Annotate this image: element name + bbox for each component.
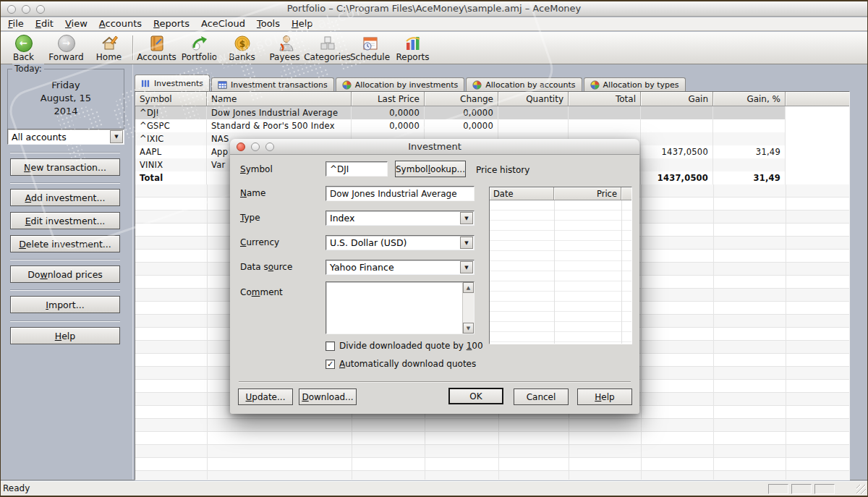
tab-allocation-by-accounts[interactable]: Allocation by accounts <box>466 77 582 92</box>
column-header-last-price[interactable]: Last Price <box>352 92 425 106</box>
reports-button[interactable]: Reports <box>391 33 434 63</box>
name-input[interactable]: Dow Jones Industrial Average <box>326 186 475 201</box>
account-filter-select[interactable]: All accounts ▼ <box>7 129 124 145</box>
tab-investments[interactable]: Investments <box>135 75 210 92</box>
bar-chart-icon <box>141 79 150 88</box>
update-button[interactable]: Update... <box>238 388 293 405</box>
dialog-zoom-button[interactable] <box>265 143 274 151</box>
symbol-lookup-button[interactable]: Symbol lookup... <box>395 161 466 177</box>
schedule-button[interactable]: Schedule <box>349 33 391 63</box>
column-header-change[interactable]: Change <box>425 92 498 106</box>
chevron-down-icon[interactable]: ▼ <box>460 261 473 273</box>
zoom-window-button[interactable] <box>36 5 45 14</box>
divide-quote-checkbox[interactable]: Divide downloaded quote by 100 <box>326 341 483 351</box>
today-box: Today: Friday August, 15 2014 <box>7 69 124 129</box>
close-window-button[interactable] <box>7 5 16 14</box>
checkbox-icon[interactable] <box>326 341 335 351</box>
chevron-down-icon[interactable]: ▼ <box>110 130 123 143</box>
comment-label: Comment <box>240 287 283 297</box>
download-prices-button[interactable]: Download prices <box>10 266 120 283</box>
statusbar: Ready <box>0 481 868 496</box>
symbol-label: Symbol <box>240 164 273 174</box>
home-icon <box>100 33 119 53</box>
symbol-input[interactable]: ^DJI <box>326 161 388 177</box>
minimize-window-button[interactable] <box>22 5 30 14</box>
column-header-symbol[interactable]: Symbol <box>135 92 207 106</box>
svg-text:$: $ <box>239 38 244 48</box>
dialog-minimize-button[interactable] <box>251 143 260 151</box>
tab-allocation-by-types[interactable]: Allocation by types <box>584 77 686 92</box>
comment-scrollbar[interactable]: ▲ ▼ <box>462 282 474 334</box>
new-transaction-button[interactable]: New transaction... <box>10 158 120 176</box>
dialog-window-controls <box>237 143 274 151</box>
forward-button[interactable]: → Forward <box>45 33 88 63</box>
type-select[interactable]: Index ▼ <box>326 211 475 226</box>
column-header-gain-pct[interactable]: Gain, % <box>713 92 786 106</box>
table-row-dji[interactable]: ^DJI Dow Jones Industrial Average 0,0000… <box>135 106 849 119</box>
window-controls <box>7 5 45 14</box>
portfolio-button[interactable]: Portfolio <box>178 33 221 63</box>
sidebar: Today: Friday August, 15 2014 All accoun… <box>0 64 133 480</box>
ok-button[interactable]: OK <box>448 388 503 404</box>
data-source-select[interactable]: Yahoo Finance ▼ <box>326 260 475 275</box>
chevron-down-icon[interactable]: ▼ <box>460 237 473 249</box>
menu-acecloud[interactable]: AceCloud <box>195 17 251 30</box>
price-history-column-price[interactable]: Price <box>554 187 621 200</box>
portfolio-tabs: Investments Investment transactions Allo… <box>135 74 687 92</box>
column-header-name[interactable]: Name <box>207 92 352 106</box>
download-button[interactable]: Download... <box>299 388 357 405</box>
menu-help[interactable]: Help <box>286 17 319 30</box>
add-investment-button[interactable]: Add investment... <box>10 189 120 206</box>
pie-chart-icon <box>590 80 600 90</box>
accounts-icon <box>148 33 166 53</box>
back-button[interactable]: ← Back <box>2 33 45 63</box>
tab-allocation-by-investments[interactable]: Allocation by investments <box>336 77 465 92</box>
cancel-button[interactable]: Cancel <box>514 388 569 405</box>
menu-reports[interactable]: Reports <box>148 17 195 30</box>
delete-investment-button[interactable]: Delete investment... <box>10 235 120 252</box>
resize-grip[interactable] <box>856 485 866 494</box>
investment-dialog: Investment Symbol ^DJI Symbol lookup... … <box>230 139 639 414</box>
forward-icon: → <box>58 35 75 52</box>
column-header-quantity[interactable]: Quantity <box>498 92 569 106</box>
reports-icon <box>404 33 422 53</box>
price-history-column-date[interactable]: Date <box>490 187 554 200</box>
titlebar: Portfolio – C:\Program Files\AceMoney\sa… <box>0 1 868 17</box>
column-header-total[interactable]: Total <box>569 92 641 106</box>
column-header-gain[interactable]: Gain <box>641 92 713 106</box>
import-button[interactable]: Import... <box>10 296 120 313</box>
sidebar-separator <box>10 152 120 153</box>
accounts-button[interactable]: Accounts <box>135 33 178 63</box>
payees-button[interactable]: Payees <box>263 33 306 63</box>
checkbox-icon[interactable] <box>326 360 335 369</box>
sidebar-separator <box>10 289 120 291</box>
categories-button[interactable]: Categories <box>306 33 349 63</box>
comment-textarea[interactable]: ▲ ▼ <box>326 281 475 334</box>
scroll-up-icon[interactable]: ▲ <box>463 282 474 293</box>
menu-tools[interactable]: Tools <box>251 17 286 30</box>
type-label: Type <box>240 213 260 223</box>
window-frame-left <box>0 0 1 497</box>
menu-edit[interactable]: Edit <box>30 17 59 30</box>
scroll-down-icon[interactable]: ▼ <box>463 323 474 334</box>
price-history-table: Date Price <box>489 187 632 344</box>
menu-view[interactable]: View <box>59 17 93 30</box>
table-row-gspc[interactable]: ^GSPC Standard & Poor's 500 Index 0,0000… <box>135 119 849 132</box>
dialog-close-button[interactable] <box>237 143 245 151</box>
chevron-down-icon[interactable]: ▼ <box>460 212 473 224</box>
edit-investment-button[interactable]: Edit investment... <box>10 212 120 229</box>
help-button[interactable]: Help <box>10 327 120 344</box>
banks-button[interactable]: $ Banks <box>221 33 263 63</box>
home-button[interactable]: Home <box>88 33 130 63</box>
status-pane <box>814 484 835 494</box>
currency-select[interactable]: U.S. Dollar (USD) ▼ <box>326 235 475 250</box>
menu-accounts[interactable]: Accounts <box>93 17 148 30</box>
dialog-help-button[interactable]: Help <box>577 388 632 405</box>
today-box-label: Today: <box>12 64 44 74</box>
auto-download-checkbox[interactable]: Automatically download quotes <box>326 359 476 369</box>
tab-investment-transactions[interactable]: Investment transactions <box>211 77 334 92</box>
toolbar-divider <box>132 35 133 60</box>
menu-file[interactable]: File <box>2 17 30 30</box>
window-frame-top <box>0 0 868 1</box>
status-text: Ready <box>3 483 30 493</box>
